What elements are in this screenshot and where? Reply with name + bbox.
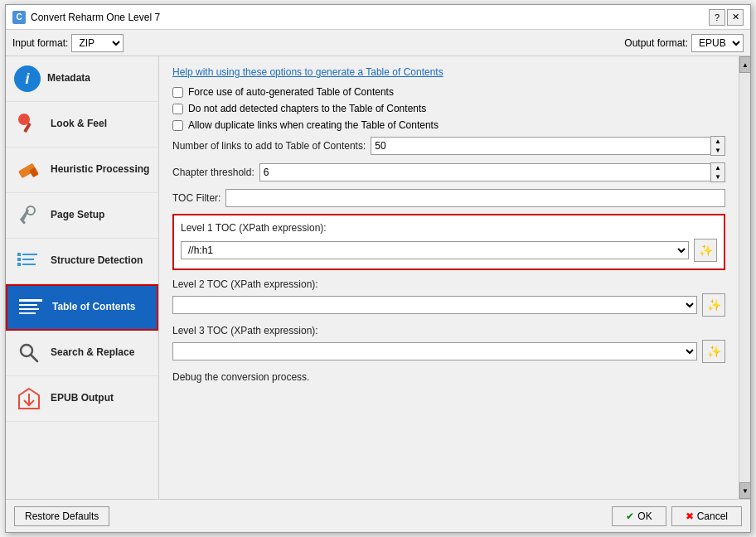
- sidebar: i Metadata Look & Feel: [6, 56, 159, 499]
- num-links-decrement[interactable]: ▼: [711, 146, 724, 155]
- checkbox-row-force-auto: Force use of auto-generated Table of Con…: [172, 86, 725, 98]
- svg-rect-8: [17, 258, 21, 261]
- force-auto-label: Force use of auto-generated Table of Con…: [188, 86, 394, 98]
- sidebar-item-structure-label: Structure Detection: [51, 254, 143, 268]
- svg-rect-7: [22, 254, 37, 255]
- bottom-bar: Restore Defaults ✔ OK ✖ Cancel: [6, 499, 750, 532]
- debug-text: Debug the conversion process.: [172, 371, 725, 383]
- close-button[interactable]: ✕: [727, 9, 744, 26]
- sidebar-item-look-feel[interactable]: Look & Feel: [6, 102, 158, 148]
- sidebar-item-look-feel-label: Look & Feel: [51, 118, 107, 131]
- eraser-icon: [14, 155, 44, 185]
- sidebar-item-structure[interactable]: Structure Detection: [6, 239, 158, 284]
- toc-level3-select[interactable]: [172, 342, 697, 360]
- svg-rect-13: [19, 304, 37, 306]
- toolbar: Input format: ZIP EPUB MOBI PDF HTML Out…: [6, 30, 750, 56]
- field-row-num-links: Number of links to add to Table of Conte…: [172, 136, 725, 156]
- bottom-right-buttons: ✔ OK ✖ Cancel: [612, 506, 742, 526]
- checkbox-row-no-detected: Do not add detected chapters to the Tabl…: [172, 103, 725, 114]
- wrench-icon: [14, 201, 44, 230]
- toc-level1-magic-btn[interactable]: ✨: [694, 239, 717, 262]
- toc-level3-label: Level 3 TOC (XPath expression):: [172, 325, 725, 336]
- help-link[interactable]: Help with using these options to generat…: [172, 66, 443, 78]
- svg-rect-14: [19, 308, 39, 310]
- info-icon: i: [14, 65, 41, 92]
- allow-duplicate-checkbox[interactable]: [172, 120, 183, 131]
- toc-level2-label: Level 2 TOC (XPath expression):: [172, 278, 725, 290]
- toc-level3-magic-btn[interactable]: ✨: [702, 340, 725, 363]
- scroll-track: [739, 73, 750, 482]
- num-links-increment[interactable]: ▲: [711, 137, 724, 146]
- num-links-input[interactable]: [371, 137, 710, 155]
- toc-filter-input[interactable]: [225, 189, 725, 207]
- ok-button[interactable]: ✔ OK: [612, 506, 666, 526]
- chapter-threshold-spinner: ▲ ▼: [259, 162, 725, 182]
- svg-line-17: [31, 355, 37, 361]
- sidebar-item-page-setup[interactable]: Page Setup: [6, 193, 158, 239]
- help-button[interactable]: ?: [709, 9, 725, 26]
- epub-icon: [14, 384, 44, 414]
- input-format-select[interactable]: ZIP EPUB MOBI PDF HTML: [71, 34, 124, 52]
- scroll-down-btn[interactable]: ▼: [739, 482, 750, 499]
- no-detected-label: Do not add detected chapters to the Tabl…: [188, 103, 426, 114]
- output-format-label: Output format:: [624, 37, 688, 49]
- sidebar-item-heuristic-label: Heuristic Processing: [51, 163, 149, 177]
- toc-level1-select[interactable]: //h:h1: [181, 241, 689, 259]
- toc-level2-select[interactable]: [172, 296, 697, 314]
- field-row-toc-filter: TOC Filter:: [172, 189, 725, 207]
- search-icon: [14, 338, 44, 368]
- toc-level1-row: //h:h1 ✨: [181, 239, 717, 262]
- cancel-button[interactable]: ✖ Cancel: [671, 506, 742, 526]
- sidebar-item-metadata-label: Metadata: [47, 72, 90, 85]
- sidebar-item-page-setup-label: Page Setup: [51, 209, 104, 222]
- scroll-up-btn[interactable]: ▲: [739, 56, 750, 73]
- svg-rect-11: [22, 264, 36, 265]
- restore-defaults-button[interactable]: Restore Defaults: [14, 506, 109, 526]
- cancel-x-icon: ✖: [686, 510, 694, 522]
- toc-filter-label: TOC Filter:: [172, 192, 220, 204]
- app-icon: C: [12, 11, 26, 24]
- chapter-threshold-decrement[interactable]: ▼: [711, 172, 724, 181]
- chapter-threshold-input-wrap: ▲ ▼: [259, 162, 725, 182]
- chapter-threshold-increment[interactable]: ▲: [711, 163, 724, 172]
- window-title: Convert Reharm One Level 7: [31, 12, 709, 23]
- main-window: C Convert Reharm One Level 7 ? ✕ Input f…: [5, 4, 751, 533]
- output-format-container: Output format: EPUB MOBI PDF HTML: [624, 34, 744, 52]
- main-content: i Metadata Look & Feel: [6, 56, 750, 499]
- toc-level2-row: ✨: [172, 293, 725, 317]
- svg-rect-10: [17, 263, 21, 266]
- allow-duplicate-label: Allow duplicate links when creating the …: [188, 119, 439, 131]
- output-format-select[interactable]: EPUB MOBI PDF HTML: [691, 34, 744, 52]
- ok-check-icon: ✔: [626, 510, 634, 522]
- toc-level1-label: Level 1 TOC (XPath expression):: [181, 222, 717, 234]
- window-controls: ? ✕: [709, 9, 744, 26]
- toc-icon: [16, 293, 46, 322]
- num-links-spinner-buttons: ▲ ▼: [710, 136, 725, 156]
- input-format-label: Input format:: [12, 37, 68, 49]
- no-detected-checkbox[interactable]: [172, 104, 183, 114]
- sidebar-item-epub-output[interactable]: EPUB Output: [6, 376, 158, 422]
- toc-level1-section: Level 1 TOC (XPath expression): //h:h1 ✨: [172, 214, 725, 270]
- checkbox-row-allow-duplicate: Allow duplicate links when creating the …: [172, 119, 725, 131]
- content-scrollbar[interactable]: ▲ ▼: [739, 56, 750, 499]
- toc-level2-magic-btn[interactable]: ✨: [702, 293, 725, 317]
- toc-level3-row: ✨: [172, 340, 725, 363]
- sidebar-item-toc[interactable]: Table of Contents: [6, 284, 158, 331]
- sidebar-item-metadata[interactable]: i Metadata: [6, 56, 158, 102]
- num-links-input-wrap: ▲ ▼: [371, 136, 725, 156]
- toc-level2-section: Level 2 TOC (XPath expression): ✨: [172, 278, 725, 317]
- chapter-threshold-input[interactable]: [259, 163, 710, 181]
- sidebar-item-heuristic[interactable]: Heuristic Processing: [6, 148, 158, 193]
- toc-level3-section: Level 3 TOC (XPath expression): ✨: [172, 325, 725, 363]
- content-scroll: Help with using these options to generat…: [159, 56, 739, 499]
- sidebar-item-toc-label: Table of Contents: [52, 301, 135, 314]
- title-bar: C Convert Reharm One Level 7 ? ✕: [6, 5, 750, 30]
- force-auto-checkbox[interactable]: [172, 87, 183, 98]
- sidebar-item-search-replace[interactable]: Search & Replace: [6, 331, 158, 376]
- sidebar-item-search-replace-label: Search & Replace: [51, 346, 134, 360]
- brush-icon: [14, 109, 44, 139]
- svg-rect-15: [19, 312, 36, 314]
- list-icon: [14, 246, 44, 276]
- svg-rect-9: [22, 259, 34, 260]
- svg-rect-6: [17, 253, 21, 256]
